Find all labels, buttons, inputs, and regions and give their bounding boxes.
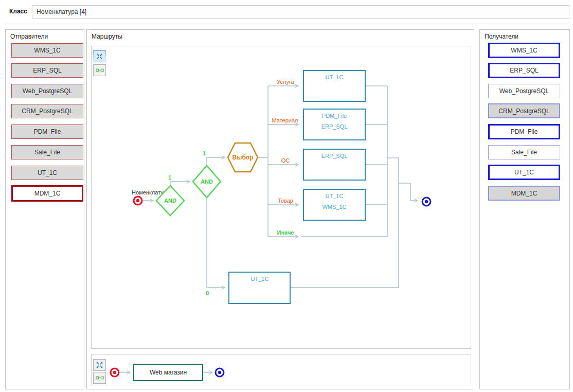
senders-title: Отправители — [10, 33, 48, 40]
sender-item-pdm-file[interactable]: PDM_File — [11, 124, 83, 139]
main-route-canvas[interactable]: Номенклатура AND AND 1 1 0 Выбор Услуга … — [91, 46, 471, 349]
arrows-collapse-icon — [96, 52, 103, 60]
target-box-default-line1: UT_1C — [251, 276, 269, 282]
recipient-item-pdm-file[interactable]: PDM_File — [488, 124, 560, 139]
choice-node-label: Выбор — [232, 154, 254, 161]
secondary-route-diagram: Web магазин — [92, 354, 471, 385]
and-gateway-2-label: AND — [201, 179, 213, 185]
sender-item-crm-postgresql[interactable]: CRM_PostgreSQL — [11, 104, 83, 118]
app-window: Класс Номенклатура [4] Отправители WMS_1… — [0, 0, 573, 392]
recipient-item-erp-sql[interactable]: ERP_SQL — [488, 63, 560, 78]
start-node[interactable] — [134, 197, 142, 205]
connector-line — [207, 157, 225, 166]
recipient-item-ut-1c[interactable]: UT_1C — [488, 165, 560, 180]
link-nodes-icon — [96, 67, 104, 74]
recipient-item-mdm-1c[interactable]: MDM_1C — [488, 186, 560, 201]
arrows-expand-icon — [96, 361, 103, 369]
connector-line — [207, 198, 225, 288]
end-node[interactable] — [422, 198, 431, 206]
target-box-tovar-line1: UT_1C — [326, 193, 344, 199]
branch-label-else: Иначе — [277, 229, 294, 236]
routes-panel: Маршруты — [86, 29, 474, 389]
connector-line — [170, 182, 190, 186]
branch-label-tovar: Товар — [278, 198, 293, 204]
edge-label-1: 1 — [168, 174, 171, 181]
routes-title: Маршруты — [92, 33, 122, 40]
sender-item-wms-1c[interactable]: WMS_1C — [11, 43, 83, 58]
branch-label-usluga: Услуга — [277, 79, 294, 85]
sender-item-ut-1c[interactable]: UT_1C — [11, 166, 83, 180]
recipient-item-wms-1c[interactable]: WMS_1C — [488, 43, 560, 58]
target-box-material-line1: PDM_File — [322, 113, 347, 119]
edge-label-0: 0 — [206, 290, 209, 296]
main-route-diagram: Номенклатура AND AND 1 1 0 Выбор Услуга … — [92, 46, 471, 348]
class-label: Класс — [9, 8, 27, 15]
sender-item-erp-sql[interactable]: ERP_SQL — [11, 63, 83, 78]
sender-item-mdm-1c[interactable]: MDM_1C — [11, 185, 83, 202]
recipient-item-sale-file[interactable]: Sale_File — [488, 145, 560, 159]
target-box-tovar-line2: WMS_1C — [322, 204, 346, 210]
class-field-value: Номенклатура [4] — [37, 8, 86, 15]
expand-view-button[interactable] — [93, 359, 106, 371]
branch-label-material: Материал — [272, 117, 298, 123]
recipients-panel: Получатели WMS_1C ERP_SQL Web_PostgreSQL… — [479, 29, 570, 389]
link-nodes-icon — [96, 375, 104, 381]
target-box-os-line1: ERP_SQL — [321, 153, 348, 159]
sender-item-web-postgresql[interactable]: Web_PostgreSQL — [11, 84, 83, 98]
recipients-title: Получатели — [485, 33, 518, 40]
branch-label-os: ОС — [281, 157, 290, 164]
link-mode-button[interactable] — [93, 64, 106, 76]
target-box-material-line2: ERP_SQL — [321, 123, 348, 130]
secondary-route-box-label: Web магазин — [150, 369, 187, 376]
link-mode-button-2[interactable] — [93, 372, 106, 384]
connectors — [142, 86, 418, 288]
and-gateway-1-label: AND — [164, 198, 176, 204]
top-divider — [4, 24, 569, 25]
recipient-item-crm-postgresql[interactable]: CRM_PostgreSQL — [488, 103, 560, 118]
target-box-usluga-line1: UT_1C — [326, 74, 344, 80]
end-node-secondary[interactable] — [216, 368, 224, 377]
sender-item-sale-file[interactable]: Sale_File — [11, 145, 83, 159]
edge-label-1b: 1 — [203, 150, 206, 156]
class-field[interactable]: Номенклатура [4] — [32, 5, 569, 19]
secondary-route-strip[interactable]: Web магазин — [91, 354, 471, 385]
start-node-secondary[interactable] — [111, 368, 119, 377]
recipient-item-web-postgresql[interactable]: Web_PostgreSQL — [488, 84, 560, 98]
senders-panel: Отправители WMS_1C ERP_SQL Web_PostgreSQ… — [5, 29, 84, 389]
fit-view-button[interactable] — [93, 50, 106, 62]
